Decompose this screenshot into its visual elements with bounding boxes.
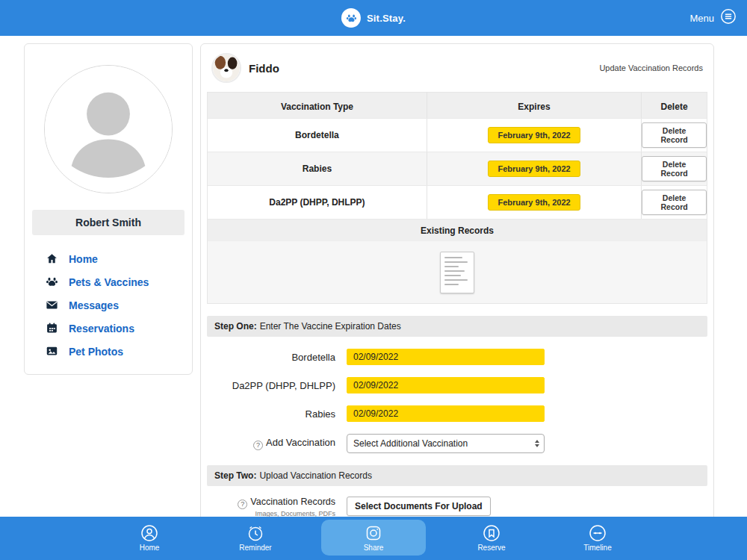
bottomnav-reserve[interactable]: Reserve [451,520,532,556]
expiry-date-button[interactable]: February 9th, 2022 [488,194,580,211]
step-two-subtitle: Upload Vaccination Records [259,470,372,481]
expires-cell: February 9th, 2022 [427,186,642,219]
document-line [444,261,468,263]
sidebar-item-pets-vaccines[interactable]: Pets & Vaccines [35,270,182,293]
select-documents-button[interactable]: Select Documents For Upload [347,497,491,516]
share-camera-icon [365,524,382,542]
upload-section: ?Vaccination Records Images, Documents, … [201,486,713,517]
table-header-row: Vaccination Type Expires Delete [208,93,707,118]
column-header-vaccination-type: Vaccination Type [208,93,427,118]
form-row-add-vaccination: ?Add Vaccination Select Additional Vacci… [207,434,707,453]
expiry-date-button[interactable]: February 9th, 2022 [488,127,580,143]
record-document-thumbnail[interactable] [440,252,474,293]
sidebar-item-label: Pets & Vaccines [69,276,149,288]
vaccination-table: Vaccination Type Expires Delete Bordetel… [207,92,707,304]
select-value: Select Additional Vaccination [353,438,468,449]
add-vaccination-label: Add Vaccination [266,437,335,448]
paw-icon [46,276,58,288]
hamburger-icon [720,8,737,28]
document-line [444,279,468,281]
sidebar-item-pet-photos[interactable]: Pet Photos [35,340,182,363]
column-header-delete: Delete [642,93,707,118]
timeline-icon [589,524,607,542]
sidebar-item-reservations[interactable]: Reservations [35,317,182,340]
bottomnav-reminder[interactable]: Reminder [215,520,296,556]
column-header-expires: Expires [427,93,642,118]
step-one-title: Step One: [214,321,257,332]
document-line [444,284,459,285]
content-area: Robert Smith Home Pets & Vaccines [0,36,747,517]
expires-cell: February 9th, 2022 [427,152,642,185]
bottomnav-timeline[interactable]: Timeline [557,520,638,556]
person-silhouette-icon [45,66,172,193]
document-line [444,275,461,276]
step-two-bar: Step Two:Upload Vaccination Records [207,465,707,486]
sidebar-item-label: Home [69,253,98,265]
expiry-date-button[interactable]: February 9th, 2022 [488,161,580,177]
field-label: Bordetella [207,352,335,363]
pet-avatar [211,53,241,83]
pet-name: Fiddo [249,62,279,75]
select-stepper-icon [535,440,539,447]
upload-hint-line1: Images, Documents, PDFs [207,509,335,517]
delete-record-button[interactable]: Delete Record [642,122,707,148]
table-row: Bordetella February 9th, 2022 Delete Rec… [208,118,707,152]
reminder-clock-icon [247,524,264,542]
sidebar-item-home[interactable]: Home [35,247,182,270]
bottomnav-label: Timeline [583,544,611,552]
bottomnav-label: Reminder [239,544,271,552]
bottomnav-share[interactable]: Share [321,520,426,556]
upload-title: ?Vaccination Records [207,497,335,509]
sidebar-item-label: Pet Photos [69,346,123,358]
reserve-icon [483,524,500,542]
form-row-bordetella: Bordetella [207,349,707,365]
sidebar-item-label: Messages [69,299,119,311]
update-vaccination-records-link[interactable]: Update Vaccination Records [599,63,703,72]
additional-vaccination-select[interactable]: Select Additional Vaccination [347,434,545,453]
document-line [444,270,465,272]
vaccination-type: Bordetella [208,119,427,152]
bordetella-date-input[interactable] [347,349,545,365]
home-icon [46,252,58,265]
brand[interactable]: Sit.Stay. [341,8,406,28]
photo-icon [46,345,58,358]
delete-record-button[interactable]: Delete Record [642,156,707,181]
brand-logo-icon [341,8,361,28]
expiration-form: Bordetella Da2PP (DHPP, DHLPP) Rabies ?A… [201,349,713,453]
vaccination-panel: Fiddo Update Vaccination Records Vaccina… [200,43,714,517]
bottomnav-label: Home [140,544,160,552]
vaccination-records-label: Vaccination Records [250,497,335,507]
expires-cell: February 9th, 2022 [427,119,642,152]
rabies-date-input[interactable] [347,405,545,422]
delete-record-button[interactable]: Delete Record [642,190,707,215]
calendar-icon [46,322,58,335]
vaccination-type: Rabies [208,152,427,185]
sidebar-item-label: Reservations [69,323,134,335]
envelope-icon [46,299,58,311]
form-row-da2pp: Da2PP (DHPP, DHLPP) [207,377,707,393]
delete-cell: Delete Record [642,186,707,219]
menu-label: Menu [689,13,714,24]
app-window: Sit.Stay. Menu Robert Smith [0,0,747,560]
top-bar: Sit.Stay. Menu [0,0,747,36]
sidebar-item-messages[interactable]: Messages [35,293,182,317]
step-one-subtitle: Enter The Vaccine Expiration Dates [260,321,401,332]
delete-cell: Delete Record [642,152,707,185]
profile-circle-icon [140,524,158,542]
field-label: Rabies [207,408,335,420]
da2pp-date-input[interactable] [347,377,545,393]
delete-cell: Delete Record [642,119,707,152]
bottomnav-label: Share [364,544,384,552]
brand-name: Sit.Stay. [367,13,406,24]
pet-header: Fiddo Update Vaccination Records [201,44,713,89]
help-icon[interactable]: ? [253,441,263,450]
bottomnav-home[interactable]: Home [109,520,190,556]
existing-records-area [208,240,707,303]
field-label: ?Add Vaccination [207,437,335,450]
table-row: Da2PP (DHPP, DHLPP) February 9th, 2022 D… [208,185,707,219]
menu-button[interactable]: Menu [689,8,747,28]
bottom-nav-bar: Home Reminder Share Reserve Timeline [0,517,747,560]
step-one-bar: Step One:Enter The Vaccine Expiration Da… [207,316,707,337]
field-label: Da2PP (DHPP, DHLPP) [207,380,335,391]
help-icon[interactable]: ? [238,500,247,509]
